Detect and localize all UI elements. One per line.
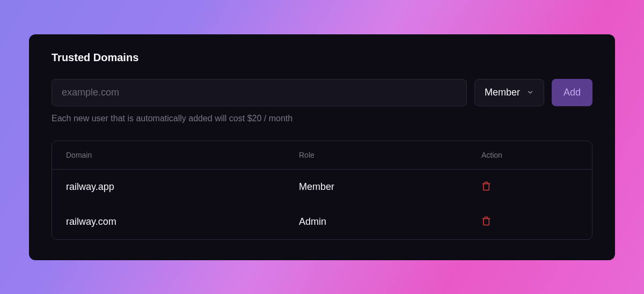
role-select[interactable]: Member (474, 79, 544, 106)
table-row: railway.app Member (52, 170, 592, 204)
col-header-domain: Domain (66, 151, 299, 159)
input-row: Member Add (52, 79, 592, 106)
cell-role: Admin (299, 216, 481, 227)
delete-button[interactable] (481, 181, 491, 193)
domains-table: Domain Role Action railway.app Member ra… (52, 141, 592, 240)
cell-role: Member (299, 181, 481, 193)
table-header: Domain Role Action (52, 141, 592, 170)
trash-icon (481, 181, 491, 193)
cell-domain: railway.app (66, 181, 299, 193)
help-text: Each new user that is automatically adde… (52, 114, 592, 123)
cell-action (481, 181, 578, 193)
chevron-down-icon (526, 89, 534, 96)
domain-input[interactable] (52, 79, 467, 106)
cell-action (481, 216, 578, 227)
table-row: railway.com Admin (52, 204, 592, 239)
col-header-role: Role (299, 151, 481, 159)
delete-button[interactable] (481, 216, 491, 227)
cell-domain: railway.com (66, 216, 299, 227)
add-button[interactable]: Add (552, 79, 592, 106)
panel-title: Trusted Domains (52, 52, 592, 64)
trusted-domains-panel: Trusted Domains Member Add Each new user… (29, 34, 615, 260)
col-header-action: Action (481, 151, 578, 159)
role-select-value: Member (485, 87, 520, 98)
trash-icon (481, 216, 491, 227)
